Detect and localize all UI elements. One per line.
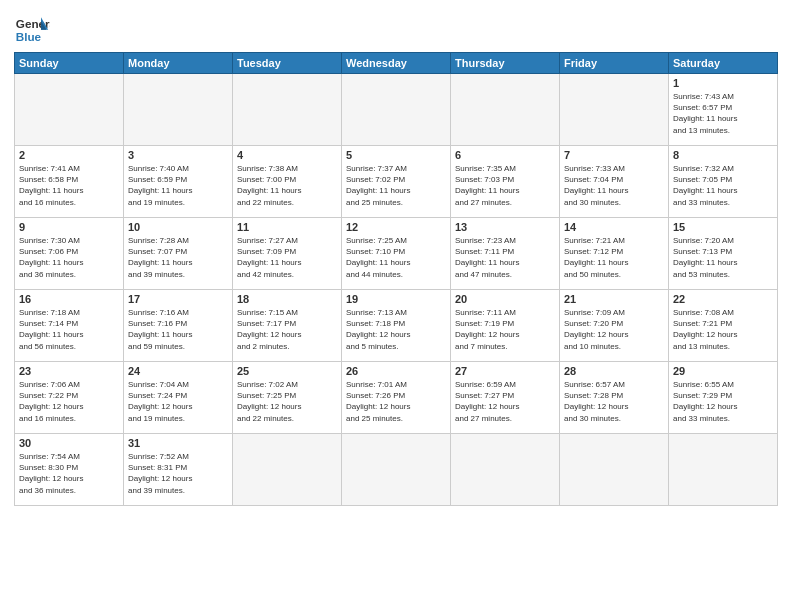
- calendar-cell: 1Sunrise: 7:43 AMSunset: 6:57 PMDaylight…: [669, 74, 778, 146]
- calendar-cell: 25Sunrise: 7:02 AMSunset: 7:25 PMDayligh…: [233, 362, 342, 434]
- weekday-header-wednesday: Wednesday: [342, 53, 451, 74]
- day-number: 17: [128, 293, 228, 305]
- calendar-cell: 21Sunrise: 7:09 AMSunset: 7:20 PMDayligh…: [560, 290, 669, 362]
- calendar-cell: 23Sunrise: 7:06 AMSunset: 7:22 PMDayligh…: [15, 362, 124, 434]
- day-info: Sunrise: 7:04 AMSunset: 7:24 PMDaylight:…: [128, 379, 228, 424]
- svg-text:Blue: Blue: [16, 30, 42, 43]
- day-info: Sunrise: 6:57 AMSunset: 7:28 PMDaylight:…: [564, 379, 664, 424]
- day-number: 4: [237, 149, 337, 161]
- calendar-cell: 18Sunrise: 7:15 AMSunset: 7:17 PMDayligh…: [233, 290, 342, 362]
- calendar-cell: 19Sunrise: 7:13 AMSunset: 7:18 PMDayligh…: [342, 290, 451, 362]
- calendar-cell: 15Sunrise: 7:20 AMSunset: 7:13 PMDayligh…: [669, 218, 778, 290]
- calendar-cell: 12Sunrise: 7:25 AMSunset: 7:10 PMDayligh…: [342, 218, 451, 290]
- week-row-4: 23Sunrise: 7:06 AMSunset: 7:22 PMDayligh…: [15, 362, 778, 434]
- calendar-cell: 9Sunrise: 7:30 AMSunset: 7:06 PMDaylight…: [15, 218, 124, 290]
- calendar-cell: 26Sunrise: 7:01 AMSunset: 7:26 PMDayligh…: [342, 362, 451, 434]
- day-info: Sunrise: 7:27 AMSunset: 7:09 PMDaylight:…: [237, 235, 337, 280]
- day-number: 7: [564, 149, 664, 161]
- day-number: 3: [128, 149, 228, 161]
- day-number: 5: [346, 149, 446, 161]
- day-number: 1: [673, 77, 773, 89]
- day-info: Sunrise: 6:55 AMSunset: 7:29 PMDaylight:…: [673, 379, 773, 424]
- calendar-cell: 16Sunrise: 7:18 AMSunset: 7:14 PMDayligh…: [15, 290, 124, 362]
- day-info: Sunrise: 7:40 AMSunset: 6:59 PMDaylight:…: [128, 163, 228, 208]
- day-info: Sunrise: 7:52 AMSunset: 8:31 PMDaylight:…: [128, 451, 228, 496]
- calendar-cell: 24Sunrise: 7:04 AMSunset: 7:24 PMDayligh…: [124, 362, 233, 434]
- day-number: 26: [346, 365, 446, 377]
- calendar-cell: 30Sunrise: 7:54 AMSunset: 8:30 PMDayligh…: [15, 434, 124, 506]
- day-number: 18: [237, 293, 337, 305]
- calendar-cell: [560, 74, 669, 146]
- day-number: 15: [673, 221, 773, 233]
- day-info: Sunrise: 7:06 AMSunset: 7:22 PMDaylight:…: [19, 379, 119, 424]
- calendar-cell: 3Sunrise: 7:40 AMSunset: 6:59 PMDaylight…: [124, 146, 233, 218]
- day-number: 28: [564, 365, 664, 377]
- day-info: Sunrise: 7:02 AMSunset: 7:25 PMDaylight:…: [237, 379, 337, 424]
- day-info: Sunrise: 7:11 AMSunset: 7:19 PMDaylight:…: [455, 307, 555, 352]
- day-number: 8: [673, 149, 773, 161]
- weekday-header-sunday: Sunday: [15, 53, 124, 74]
- day-number: 9: [19, 221, 119, 233]
- calendar-cell: 5Sunrise: 7:37 AMSunset: 7:02 PMDaylight…: [342, 146, 451, 218]
- day-info: Sunrise: 7:15 AMSunset: 7:17 PMDaylight:…: [237, 307, 337, 352]
- week-row-3: 16Sunrise: 7:18 AMSunset: 7:14 PMDayligh…: [15, 290, 778, 362]
- calendar-cell: 7Sunrise: 7:33 AMSunset: 7:04 PMDaylight…: [560, 146, 669, 218]
- weekday-header-tuesday: Tuesday: [233, 53, 342, 74]
- day-number: 24: [128, 365, 228, 377]
- week-row-1: 2Sunrise: 7:41 AMSunset: 6:58 PMDaylight…: [15, 146, 778, 218]
- day-number: 10: [128, 221, 228, 233]
- day-info: Sunrise: 7:30 AMSunset: 7:06 PMDaylight:…: [19, 235, 119, 280]
- day-number: 6: [455, 149, 555, 161]
- day-number: 29: [673, 365, 773, 377]
- day-number: 11: [237, 221, 337, 233]
- day-number: 20: [455, 293, 555, 305]
- calendar-cell: 8Sunrise: 7:32 AMSunset: 7:05 PMDaylight…: [669, 146, 778, 218]
- page: General Blue SundayMondayTuesdayWednesda…: [0, 0, 792, 612]
- calendar-cell: 29Sunrise: 6:55 AMSunset: 7:29 PMDayligh…: [669, 362, 778, 434]
- calendar: SundayMondayTuesdayWednesdayThursdayFrid…: [14, 52, 778, 506]
- calendar-cell: 28Sunrise: 6:57 AMSunset: 7:28 PMDayligh…: [560, 362, 669, 434]
- calendar-cell: 27Sunrise: 6:59 AMSunset: 7:27 PMDayligh…: [451, 362, 560, 434]
- calendar-cell: [342, 434, 451, 506]
- calendar-cell: 20Sunrise: 7:11 AMSunset: 7:19 PMDayligh…: [451, 290, 560, 362]
- week-row-0: 1Sunrise: 7:43 AMSunset: 6:57 PMDaylight…: [15, 74, 778, 146]
- calendar-cell: [451, 434, 560, 506]
- day-number: 22: [673, 293, 773, 305]
- calendar-cell: 22Sunrise: 7:08 AMSunset: 7:21 PMDayligh…: [669, 290, 778, 362]
- day-info: Sunrise: 7:41 AMSunset: 6:58 PMDaylight:…: [19, 163, 119, 208]
- day-number: 21: [564, 293, 664, 305]
- day-number: 14: [564, 221, 664, 233]
- day-number: 25: [237, 365, 337, 377]
- day-info: Sunrise: 7:13 AMSunset: 7:18 PMDaylight:…: [346, 307, 446, 352]
- day-info: Sunrise: 7:18 AMSunset: 7:14 PMDaylight:…: [19, 307, 119, 352]
- day-info: Sunrise: 7:32 AMSunset: 7:05 PMDaylight:…: [673, 163, 773, 208]
- week-row-5: 30Sunrise: 7:54 AMSunset: 8:30 PMDayligh…: [15, 434, 778, 506]
- calendar-cell: 2Sunrise: 7:41 AMSunset: 6:58 PMDaylight…: [15, 146, 124, 218]
- day-info: Sunrise: 7:43 AMSunset: 6:57 PMDaylight:…: [673, 91, 773, 136]
- weekday-header-friday: Friday: [560, 53, 669, 74]
- calendar-cell: [15, 74, 124, 146]
- day-number: 19: [346, 293, 446, 305]
- calendar-cell: 17Sunrise: 7:16 AMSunset: 7:16 PMDayligh…: [124, 290, 233, 362]
- calendar-cell: [124, 74, 233, 146]
- weekday-header-thursday: Thursday: [451, 53, 560, 74]
- day-info: Sunrise: 7:37 AMSunset: 7:02 PMDaylight:…: [346, 163, 446, 208]
- day-info: Sunrise: 7:38 AMSunset: 7:00 PMDaylight:…: [237, 163, 337, 208]
- day-number: 23: [19, 365, 119, 377]
- day-info: Sunrise: 7:35 AMSunset: 7:03 PMDaylight:…: [455, 163, 555, 208]
- day-info: Sunrise: 7:25 AMSunset: 7:10 PMDaylight:…: [346, 235, 446, 280]
- day-info: Sunrise: 7:01 AMSunset: 7:26 PMDaylight:…: [346, 379, 446, 424]
- day-info: Sunrise: 7:33 AMSunset: 7:04 PMDaylight:…: [564, 163, 664, 208]
- day-number: 16: [19, 293, 119, 305]
- day-info: Sunrise: 7:08 AMSunset: 7:21 PMDaylight:…: [673, 307, 773, 352]
- calendar-cell: 10Sunrise: 7:28 AMSunset: 7:07 PMDayligh…: [124, 218, 233, 290]
- day-info: Sunrise: 7:16 AMSunset: 7:16 PMDaylight:…: [128, 307, 228, 352]
- day-number: 27: [455, 365, 555, 377]
- calendar-cell: [233, 434, 342, 506]
- day-info: Sunrise: 7:21 AMSunset: 7:12 PMDaylight:…: [564, 235, 664, 280]
- weekday-header-saturday: Saturday: [669, 53, 778, 74]
- day-info: Sunrise: 7:09 AMSunset: 7:20 PMDaylight:…: [564, 307, 664, 352]
- day-info: Sunrise: 6:59 AMSunset: 7:27 PMDaylight:…: [455, 379, 555, 424]
- header: General Blue: [14, 10, 778, 46]
- day-info: Sunrise: 7:20 AMSunset: 7:13 PMDaylight:…: [673, 235, 773, 280]
